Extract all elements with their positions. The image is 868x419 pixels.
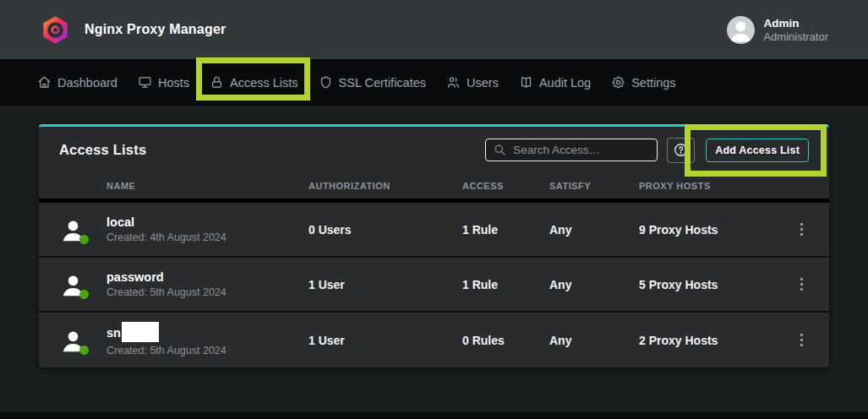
nav-label: SSL Certificates [339, 76, 426, 90]
status-online-dot [79, 235, 89, 244]
column-header-satisfy: SATISFY [549, 181, 639, 191]
row-menu-ellipsis-icon[interactable] [797, 220, 806, 239]
proxy-hosts-value: 5 Proxy Hosts [639, 278, 797, 291]
app-header: Nginx Proxy Manager Admin Administrator [0, 0, 868, 59]
status-online-dot [79, 346, 89, 355]
table-row: local Created: 4th August 2024 0 Users 1… [39, 203, 829, 258]
user-role: Administrator [763, 30, 828, 44]
main-nav: Dashboard Hosts Access Lists SSL Certifi… [0, 59, 868, 106]
nav-label: Hosts [158, 76, 189, 90]
nav-label: Users [467, 76, 499, 90]
authorization-value: 0 Users [308, 223, 462, 237]
nav-item-hosts[interactable]: Hosts [138, 59, 189, 106]
nav-label: Settings [631, 76, 675, 90]
satisfy-value: Any [549, 278, 639, 291]
row-avatar [59, 270, 87, 298]
column-header-authorization: AUTHORIZATION [308, 181, 462, 191]
search-box [485, 139, 658, 161]
column-header-name: NAME [106, 181, 308, 191]
nav-item-dashboard[interactable]: Dashboard [37, 59, 117, 106]
nav-label: Access Lists [230, 76, 298, 90]
app-title: Nginx Proxy Manager [85, 22, 226, 37]
monitor-icon [138, 75, 152, 90]
row-avatar [59, 326, 87, 354]
users-icon [446, 75, 461, 90]
row-avatar [59, 215, 87, 243]
nav-item-ssl-certificates[interactable]: SSL Certificates [319, 59, 426, 106]
table-header: NAME AUTHORIZATION ACCESS SATISFY PROXY … [39, 173, 829, 203]
gear-icon [611, 75, 625, 90]
search-input[interactable] [513, 144, 649, 156]
nav-label: Audit Log [539, 76, 591, 90]
access-list-name: sn [106, 326, 121, 340]
table-row: password Created: 5th August 2024 1 User… [39, 258, 829, 313]
satisfy-value: Any [549, 223, 639, 237]
created-date: Created: 4th August 2024 [106, 231, 308, 243]
search-icon [494, 144, 506, 156]
nav-item-access-lists[interactable]: Access Lists [210, 59, 298, 106]
shield-icon [319, 75, 333, 90]
npm-logo-icon [41, 15, 70, 45]
user-avatar [727, 16, 755, 44]
nav-item-users[interactable]: Users [446, 59, 499, 106]
proxy-hosts-value: 9 Proxy Hosts [639, 223, 797, 237]
nav-item-audit-log[interactable]: Audit Log [519, 59, 591, 106]
window-bottom-edge [0, 412, 868, 419]
created-date: Created: 5th August 2024 [106, 345, 308, 356]
user-menu[interactable]: Admin Administrator [727, 16, 828, 44]
table-row: sn Created: 5th August 2024 1 User 0 Rul… [39, 313, 829, 367]
access-value: 1 Rule [462, 278, 549, 291]
nav-item-settings[interactable]: Settings [611, 59, 675, 106]
row-menu-ellipsis-icon[interactable] [797, 275, 806, 294]
page-title: Access Lists [59, 142, 146, 158]
row-menu-ellipsis-icon[interactable] [797, 330, 806, 350]
column-header-access: ACCESS [462, 181, 549, 191]
access-list-name: local [106, 215, 308, 229]
nav-label: Dashboard [57, 76, 117, 90]
authorization-value: 1 User [308, 334, 462, 347]
column-header-proxy-hosts: PROXY HOSTS [639, 181, 797, 191]
status-online-dot [79, 290, 89, 299]
book-icon [519, 75, 533, 90]
satisfy-value: Any [549, 334, 639, 347]
proxy-hosts-value: 2 Proxy Hosts [639, 334, 797, 347]
redaction-box [122, 322, 159, 342]
access-list-name: password [106, 270, 308, 284]
lock-icon [210, 75, 224, 90]
home-icon [37, 75, 52, 90]
authorization-value: 1 User [308, 278, 462, 291]
access-value: 1 Rule [462, 223, 549, 237]
access-value: 0 Rules [462, 334, 549, 347]
panel-header: Access Lists Add Access List [39, 127, 829, 173]
help-button[interactable] [667, 138, 695, 163]
access-lists-panel: Access Lists Add Access List [39, 124, 829, 367]
page-background: Access Lists Add Access List [0, 106, 868, 419]
add-access-list-button[interactable]: Add Access List [706, 139, 809, 162]
user-name: Admin [763, 16, 828, 30]
created-date: Created: 5th August 2024 [106, 286, 308, 298]
help-icon [673, 142, 689, 158]
